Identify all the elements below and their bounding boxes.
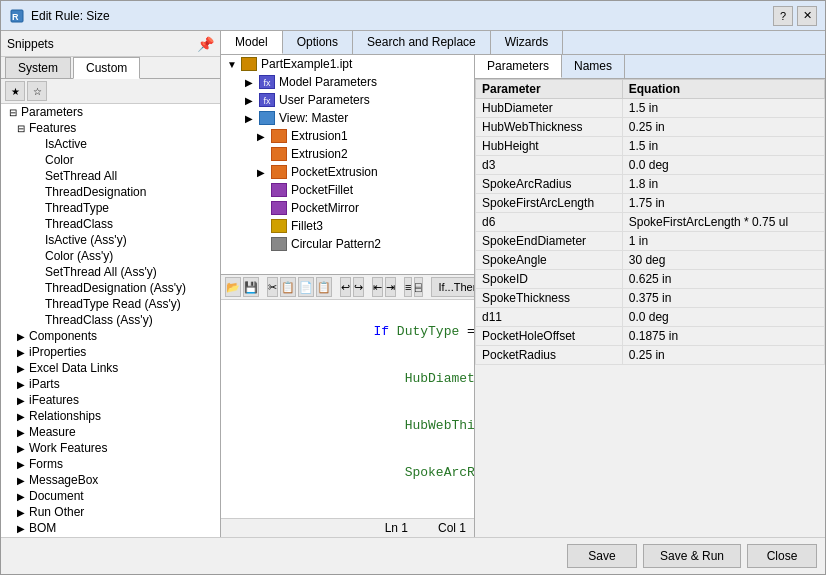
- param-name: PocketRadius: [476, 346, 623, 365]
- editor-btn-if-then[interactable]: If...Then...End If ▾: [431, 277, 474, 297]
- model-tree[interactable]: ▼ PartExample1.ipt ▶ fx Model Parameters: [221, 55, 474, 275]
- save-run-button[interactable]: Save & Run: [643, 544, 741, 568]
- expand-user-params[interactable]: ▶: [245, 95, 257, 106]
- tree-item-excel[interactable]: ▶ Excel Data Links: [1, 360, 220, 376]
- tree-item-threaddesig[interactable]: ThreadDesignation: [1, 184, 220, 200]
- expand-components[interactable]: ▶: [17, 331, 29, 342]
- editor-btn-paste[interactable]: 📄: [298, 277, 314, 297]
- expand-view-master[interactable]: ▶: [245, 113, 257, 124]
- center-panel: ▼ PartExample1.ipt ▶ fx Model Parameters: [221, 55, 475, 537]
- snippets-tree[interactable]: ⊟ Parameters ⊟ Features IsActive Color: [1, 104, 220, 537]
- expand-parameters[interactable]: ⊟: [9, 107, 21, 118]
- model-tree-pocket-fillet[interactable]: PocketFillet: [221, 181, 474, 199]
- tree-item-parameters[interactable]: ⊟ Parameters: [1, 104, 220, 120]
- expand-extrusion1[interactable]: ▶: [257, 131, 269, 142]
- param-row[interactable]: PocketHoleOffset0.1875 in: [476, 327, 825, 346]
- tree-label-threaddesig: ThreadDesignation: [45, 185, 146, 199]
- tab-options[interactable]: Options: [283, 31, 353, 54]
- tree-item-work-features[interactable]: ▶ Work Features: [1, 440, 220, 456]
- editor-btn-open[interactable]: 📂: [225, 277, 241, 297]
- param-row[interactable]: d6SpokeFirstArcLength * 0.75 ul: [476, 213, 825, 232]
- tree-item-setthread[interactable]: SetThread All: [1, 168, 220, 184]
- model-tree-fillet3[interactable]: Fillet3: [221, 217, 474, 235]
- tree-label-threadtype-assy: ThreadType Read (Ass'y): [45, 297, 181, 311]
- tree-item-measure[interactable]: ▶ Measure: [1, 424, 220, 440]
- code-editor[interactable]: If DutyType = "Medium" Then HubDiameter …: [221, 300, 474, 518]
- expand-model-params[interactable]: ▶: [245, 77, 257, 88]
- expand-pocket-extrusion[interactable]: ▶: [257, 167, 269, 178]
- help-button[interactable]: ?: [773, 6, 793, 26]
- param-row[interactable]: SpokeThickness0.375 in: [476, 289, 825, 308]
- editor-btn-copy[interactable]: 📋: [280, 277, 296, 297]
- editor-btn-indent-less[interactable]: ⇤: [372, 277, 383, 297]
- editor-btn-cut[interactable]: ✂: [267, 277, 278, 297]
- tree-item-color-assy[interactable]: Color (Ass'y): [1, 248, 220, 264]
- model-tree-circular-pattern[interactable]: Circular Pattern2: [221, 235, 474, 253]
- model-tree-model-params[interactable]: ▶ fx Model Parameters: [221, 73, 474, 91]
- tree-item-iparts[interactable]: ▶ iParts: [1, 376, 220, 392]
- tree-item-threadtype-assy[interactable]: ThreadType Read (Ass'y): [1, 296, 220, 312]
- tree-item-components[interactable]: ▶ Components: [1, 328, 220, 344]
- editor-btn-paste2[interactable]: 📋: [316, 277, 332, 297]
- bottom-bar: Save Save & Run Close: [1, 537, 825, 574]
- tree-item-threaddesig-assy[interactable]: ThreadDesignation (Ass'y): [1, 280, 220, 296]
- toolbar-btn-star2[interactable]: ☆: [27, 81, 47, 101]
- model-tree-view-master[interactable]: ▶ View: Master: [221, 109, 474, 127]
- param-row[interactable]: HubDiameter1.5 in: [476, 99, 825, 118]
- tree-item-document[interactable]: ▶ Document: [1, 488, 220, 504]
- editor-btn-format[interactable]: ⌸: [414, 277, 423, 297]
- param-row[interactable]: SpokeID0.625 in: [476, 270, 825, 289]
- parameters-table: Parameter Equation HubDiameter1.5 inHubW…: [475, 79, 825, 365]
- save-button[interactable]: Save: [567, 544, 637, 568]
- tab-wizards[interactable]: Wizards: [491, 31, 563, 54]
- param-row[interactable]: SpokeFirstArcLength1.75 in: [476, 194, 825, 213]
- close-button[interactable]: Close: [747, 544, 817, 568]
- tree-item-relationships[interactable]: ▶ Relationships: [1, 408, 220, 424]
- tree-item-threadclass-assy[interactable]: ThreadClass (Ass'y): [1, 312, 220, 328]
- tab-custom[interactable]: Custom: [73, 57, 140, 79]
- tab-system[interactable]: System: [5, 57, 71, 78]
- tree-item-ifeatures[interactable]: ▶ iFeatures: [1, 392, 220, 408]
- tab-parameters[interactable]: Parameters: [475, 55, 562, 78]
- tree-item-threadtype[interactable]: ThreadType: [1, 200, 220, 216]
- model-tree-extrusion1[interactable]: ▶ Extrusion1: [221, 127, 474, 145]
- tree-item-color[interactable]: Color: [1, 152, 220, 168]
- toolbar-btn-star[interactable]: ★: [5, 81, 25, 101]
- tree-item-features[interactable]: ⊟ Features: [1, 120, 220, 136]
- param-row[interactable]: HubHeight1.5 in: [476, 137, 825, 156]
- expand-part[interactable]: ▼: [227, 59, 239, 70]
- editor-btn-undo[interactable]: ↩: [340, 277, 351, 297]
- param-row[interactable]: d30.0 deg: [476, 156, 825, 175]
- param-row[interactable]: SpokeArcRadius1.8 in: [476, 175, 825, 194]
- editor-btn-redo[interactable]: ↪: [353, 277, 364, 297]
- param-row[interactable]: PocketRadius0.25 in: [476, 346, 825, 365]
- param-row[interactable]: HubWebThickness0.25 in: [476, 118, 825, 137]
- editor-btn-save-file[interactable]: 💾: [243, 277, 259, 297]
- close-button[interactable]: ✕: [797, 6, 817, 26]
- tree-item-forms[interactable]: ▶ Forms: [1, 456, 220, 472]
- param-row[interactable]: SpokeEndDiameter1 in: [476, 232, 825, 251]
- expand-features[interactable]: ⊟: [17, 123, 29, 134]
- model-tree-pocket-extrusion[interactable]: ▶ PocketExtrusion: [221, 163, 474, 181]
- editor-btn-align[interactable]: ≡: [404, 277, 412, 297]
- tree-item-run-other[interactable]: ▶ Run Other: [1, 504, 220, 520]
- param-row[interactable]: d110.0 deg: [476, 308, 825, 327]
- tree-item-isactive[interactable]: IsActive: [1, 136, 220, 152]
- tab-names[interactable]: Names: [562, 55, 625, 78]
- model-tree-pocket-mirror[interactable]: PocketMirror: [221, 199, 474, 217]
- model-tree-user-params[interactable]: ▶ fx User Parameters: [221, 91, 474, 109]
- tree-item-bom[interactable]: ▶ BOM: [1, 520, 220, 536]
- tab-model[interactable]: Model: [221, 31, 283, 54]
- tree-item-isactive-assy[interactable]: IsActive (Ass'y): [1, 232, 220, 248]
- tree-item-threadclass[interactable]: ThreadClass: [1, 216, 220, 232]
- tree-item-iproperties[interactable]: ▶ iProperties: [1, 344, 220, 360]
- editor-btn-indent-more[interactable]: ⇥: [385, 277, 396, 297]
- pin-icon[interactable]: 📌: [197, 36, 214, 52]
- param-row[interactable]: SpokeAngle30 deg: [476, 251, 825, 270]
- model-tree-extrusion2[interactable]: Extrusion2: [221, 145, 474, 163]
- tree-item-setthread-assy[interactable]: SetThread All (Ass'y): [1, 264, 220, 280]
- tab-search-replace[interactable]: Search and Replace: [353, 31, 491, 54]
- model-tree-part[interactable]: ▼ PartExample1.ipt: [221, 55, 474, 73]
- param-table[interactable]: Parameter Equation HubDiameter1.5 inHubW…: [475, 79, 825, 537]
- tree-item-messagebox[interactable]: ▶ MessageBox: [1, 472, 220, 488]
